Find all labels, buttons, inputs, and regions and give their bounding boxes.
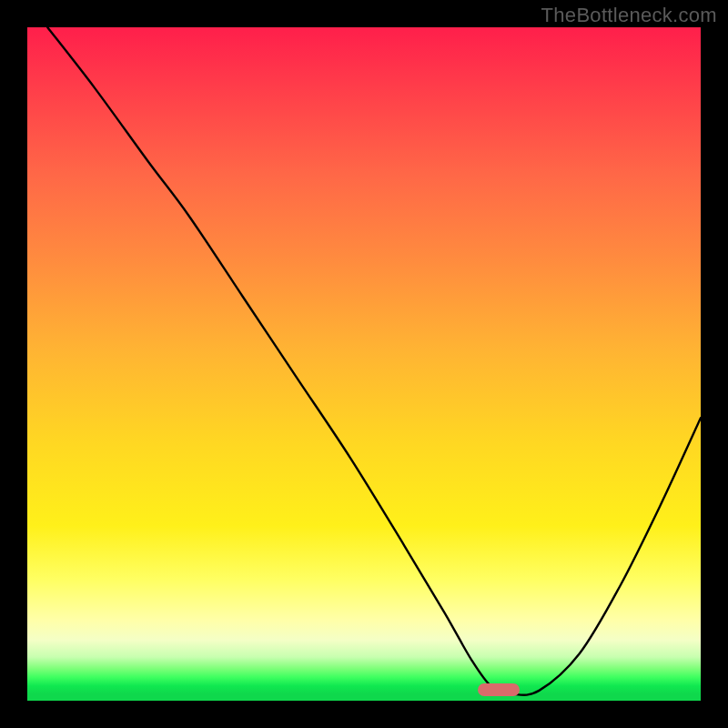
watermark-text: TheBottleneck.com: [541, 4, 717, 27]
plot-area: [27, 27, 701, 701]
bottleneck-curve: [27, 27, 701, 701]
optimal-marker: [478, 683, 520, 696]
